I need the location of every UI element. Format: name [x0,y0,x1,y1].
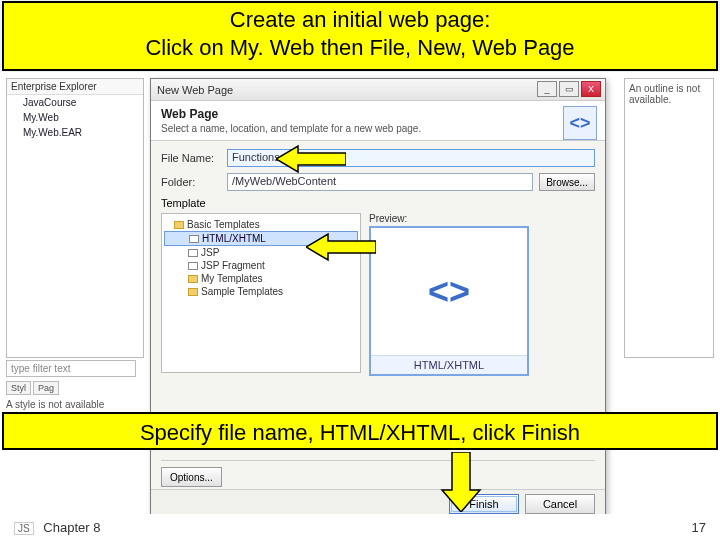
tree-folder-basic[interactable]: Basic Templates [164,218,358,231]
options-button[interactable]: Options... [161,467,222,487]
explorer-item[interactable]: JavaCourse [7,95,143,110]
preview-label: Preview: [369,213,595,224]
tab-styles[interactable]: Styl [6,381,31,395]
dialog-heading: Web Page [161,107,555,121]
minimize-button[interactable]: _ [537,81,557,97]
instruction-banner-middle: Specify file name, HTML/XHTML, click Fin… [2,412,718,450]
close-button[interactable]: X [581,81,601,97]
callout-arrow-filename [276,144,346,174]
banner-line1: Create an initial web page: [10,7,710,33]
banner-mid-text: Specify file name, HTML/XHTML, click Fin… [140,420,580,445]
instruction-banner-top: Create an initial web page: Click on My.… [2,1,718,71]
svg-marker-2 [442,452,480,512]
outline-text: An outline is not available. [629,83,700,105]
chapter-label: Chapter 8 [43,520,100,535]
lower-left-panel: type filter text Styl Pag A style is not… [6,360,144,410]
tree-item-my-templates[interactable]: My Templates [164,272,358,285]
tab-page[interactable]: Pag [33,381,59,395]
webpage-icon: <> [563,106,597,140]
preview-caption: HTML/XHTML [371,355,527,374]
preview-code-icon: <> [428,228,470,355]
svg-marker-1 [306,234,376,260]
template-label: Template [161,197,595,209]
explorer-title: Enterprise Explorer [7,79,143,95]
dialog-lower-row: Options... [161,460,595,487]
slide-footer: JS Chapter 8 17 [0,514,720,540]
banner-line2: Click on My. Web then File, New, Web Pag… [10,35,710,61]
folder-label: Folder: [161,176,221,188]
dialog-subheading: Select a name, location, and template fo… [161,123,555,134]
browse-button[interactable]: Browse... [539,173,595,191]
explorer-item[interactable]: My.Web [7,110,143,125]
maximize-button[interactable]: ▭ [559,81,579,97]
outline-panel: An outline is not available. [624,78,714,358]
preview-column: Preview: <> HTML/XHTML [369,213,595,376]
callout-arrow-template [306,232,376,262]
page-number: 17 [692,520,706,535]
enterprise-explorer-panel: Enterprise Explorer JavaCourse My.Web My… [6,78,144,358]
no-style-text: A style is not available [6,399,144,410]
new-web-page-dialog: New Web Page _ ▭ X Web Page Select a nam… [150,78,606,518]
preview-box: <> HTML/XHTML [369,226,529,376]
js-tag: JS [14,522,34,535]
dialog-body: File Name: Functions Folder: /MyWeb/WebC… [151,141,605,384]
file-name-label: File Name: [161,152,221,164]
dialog-header: Web Page Select a name, location, and te… [151,101,605,141]
folder-input[interactable]: /MyWeb/WebContent [227,173,533,191]
filter-input[interactable]: type filter text [6,360,136,377]
dialog-titlebar[interactable]: New Web Page _ ▭ X [151,79,605,101]
svg-marker-0 [276,146,346,172]
explorer-item[interactable]: My.Web.EAR [7,125,143,140]
dialog-title: New Web Page [157,84,233,96]
cancel-button[interactable]: Cancel [525,494,595,514]
tree-item-sample-templates[interactable]: Sample Templates [164,285,358,298]
dialog-footer: Finish Cancel [151,489,605,517]
callout-arrow-finish [439,452,483,512]
